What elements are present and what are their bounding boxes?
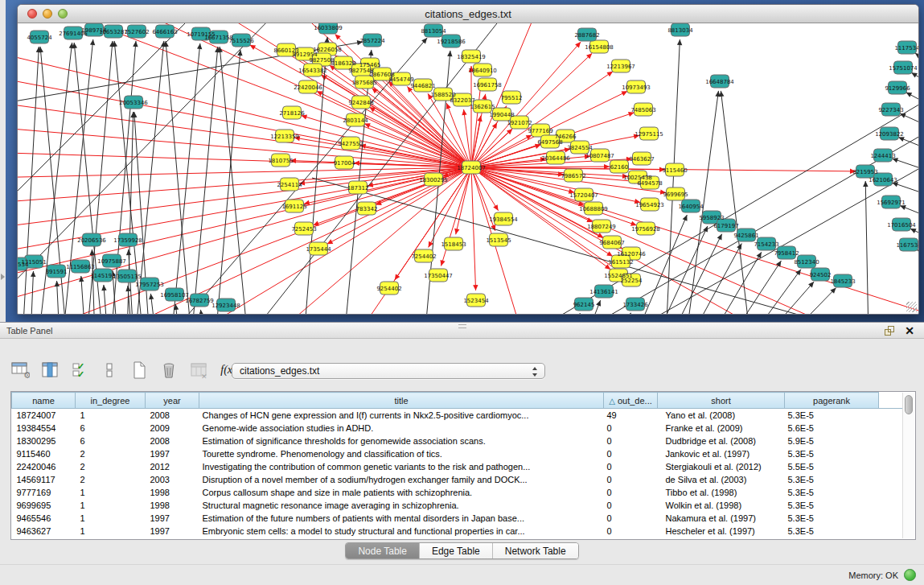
table-cell: 2003 (146, 473, 199, 486)
table-cell (879, 447, 905, 460)
table-cell: Corpus callosum shape and size in male p… (199, 486, 604, 499)
table-cell: Structural magnetic resonance image aver… (199, 499, 604, 512)
network-table-selector[interactable]: citations_edges.txt (232, 363, 545, 379)
svg-text:8186328: 8186328 (331, 60, 355, 67)
column-header-name[interactable]: name (12, 393, 76, 409)
table-cell: 19384554 (12, 422, 76, 435)
svg-text:2718126: 2718126 (279, 110, 305, 117)
splitter-collapse-arrow[interactable] (1, 274, 5, 280)
table-row[interactable]: 1938455462009Genome-wide association stu… (12, 422, 905, 435)
table-cell: 2012 (146, 460, 199, 473)
memory-status-indicator[interactable] (904, 569, 916, 581)
svg-text:7252453: 7252453 (291, 226, 316, 233)
svg-text:19384554: 19384554 (489, 216, 518, 223)
delete-column-icon[interactable] (158, 360, 179, 381)
table-row[interactable]: 1456911722003Disruption of a novel membe… (12, 473, 905, 486)
svg-text:9115460: 9115460 (662, 167, 687, 174)
tab-edge-table[interactable]: Edge Table (420, 543, 493, 558)
table-cell: 0 (604, 486, 658, 499)
table-scrollbar[interactable] (902, 393, 914, 538)
batch-edit-icon[interactable]: ✓✓ (69, 360, 90, 381)
svg-text:1810755: 1810755 (268, 158, 293, 164)
window-resize-grip[interactable] (906, 302, 917, 312)
svg-text:391591: 391591 (46, 269, 68, 275)
table-row[interactable]: 911546021997Tourette syndrome. Phenomeno… (12, 447, 905, 460)
table-cell: 5.6E-5 (785, 422, 879, 435)
column-header-out_de[interactable]: △out_de... (604, 393, 658, 409)
tab-network-table[interactable]: Network Table (493, 543, 578, 558)
svg-text:62160: 62160 (610, 164, 628, 171)
svg-text:1691125: 1691125 (281, 204, 306, 210)
table-cell: 1 (76, 512, 146, 525)
column-header-in_degree[interactable]: in_degree (76, 393, 146, 409)
table-settings-icon[interactable]: ⚙ (10, 360, 31, 381)
table-row[interactable]: 946362711997Embryonic stem cells: a mode… (12, 525, 905, 538)
table-cell (879, 435, 905, 447)
table-cell: 49 (604, 409, 658, 422)
tab-node-table[interactable]: Node Table (346, 543, 420, 558)
svg-text:1875685: 1875685 (351, 80, 376, 86)
svg-text:20364486: 20364486 (541, 155, 570, 162)
svg-text:2803144: 2803144 (343, 117, 368, 124)
table-cell (879, 422, 905, 435)
column-header-short[interactable]: short (658, 393, 785, 409)
svg-text:16120746: 16120746 (617, 251, 646, 257)
table-row[interactable]: 2242004622012Investigating the contribut… (12, 460, 905, 473)
table-cell: 2008 (146, 409, 199, 422)
table-cell: 1 (76, 486, 146, 499)
svg-text:1362615: 1362615 (470, 104, 495, 110)
network-window: citations_edges.txt 18724007866012389129… (17, 4, 919, 315)
float-panel-icon[interactable] (885, 326, 895, 336)
column-header-title[interactable]: title (199, 393, 604, 409)
table-cell: 1997 (146, 512, 199, 525)
svg-text:10975887: 10975887 (97, 258, 126, 265)
table-row[interactable]: 946554611997Estimation of the future num… (12, 512, 905, 525)
panel-resize-handle[interactable] (458, 324, 466, 328)
svg-text:252254: 252254 (621, 278, 643, 284)
svg-text:9242848: 9242848 (348, 100, 373, 106)
new-column-icon[interactable] (129, 360, 150, 381)
table-cell: Wolkin et al. (1998) (658, 499, 785, 512)
svg-text:6466163: 6466163 (152, 29, 177, 35)
table-cell: 0 (604, 422, 658, 435)
table-row[interactable]: 977716911998Corpus callosum shape and si… (12, 486, 905, 499)
svg-text:7485063: 7485063 (630, 107, 655, 113)
svg-text:9254402: 9254402 (376, 286, 401, 292)
table-cell: Hescheler et al. (1997) (658, 525, 785, 538)
svg-text:15751074: 15751074 (889, 65, 918, 72)
close-panel-icon[interactable]: ✕ (905, 324, 914, 337)
column-chooser-icon[interactable] (99, 360, 120, 381)
svg-text:20053346: 20053346 (119, 100, 148, 106)
svg-text:8454749: 8454749 (388, 76, 413, 83)
svg-text:17957253: 17957253 (135, 282, 164, 288)
table-cell: 18724007 (12, 409, 76, 422)
svg-text:1244413: 1244413 (870, 153, 895, 159)
window-titlebar[interactable]: citations_edges.txt (18, 5, 918, 23)
svg-text:18300295: 18300295 (419, 177, 448, 183)
table-row[interactable]: 1872400712008Changes of HCN gene express… (12, 409, 905, 422)
svg-text:12975115: 12975115 (634, 131, 663, 138)
network-desktop: citations_edges.txt 18724007866012389129… (6, 0, 924, 322)
svg-text:17016504: 17016504 (887, 222, 916, 229)
scrollbar-thumb[interactable] (905, 395, 913, 414)
svg-text:13505135: 13505135 (113, 274, 142, 280)
svg-text:6179197: 6179197 (713, 223, 738, 229)
svg-text:8813034: 8813034 (667, 27, 693, 34)
svg-text:12213359: 12213359 (270, 134, 299, 140)
network-canvas[interactable]: 1872400786601238912954182260589827508165… (18, 23, 918, 314)
import-table-icon[interactable]: ✕ (188, 360, 209, 381)
table-cell: Jankovic et al. (1997) (658, 447, 785, 460)
table-row[interactable]: 969969511998Structural magnetic resonanc… (12, 499, 905, 512)
svg-text:14136141: 14136141 (589, 289, 618, 295)
select-columns-icon[interactable] (39, 360, 60, 381)
svg-text:1990448: 1990448 (489, 112, 514, 118)
table-cell: 9463627 (12, 525, 76, 538)
column-header-year[interactable]: year (146, 393, 199, 409)
svg-text:18807249: 18807249 (587, 224, 616, 230)
svg-text:18640910: 18640910 (468, 68, 497, 74)
svg-text:924502: 924502 (810, 272, 832, 278)
table-cell: 18300295 (12, 435, 76, 447)
table-row[interactable]: 1830029562008Estimation of significance … (12, 435, 905, 447)
column-header-pagerank[interactable]: pagerank (785, 393, 879, 409)
table-cell: 5.3E-5 (785, 447, 879, 460)
